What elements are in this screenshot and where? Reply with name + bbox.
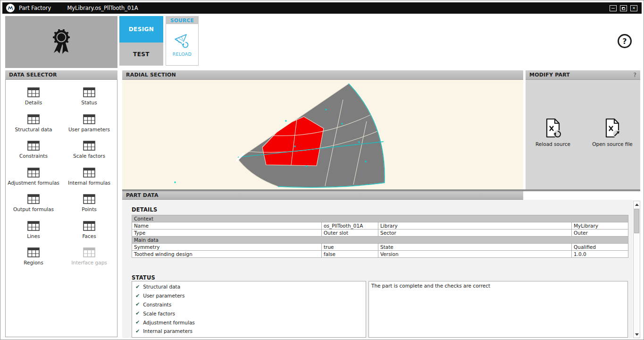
item-label: Interface gaps — [71, 260, 107, 265]
check-label: Internal parameters — [143, 328, 192, 334]
table-icon — [83, 247, 95, 257]
item-label: Points — [82, 206, 97, 212]
status-check-row: ✔ Structural data — [132, 282, 366, 291]
table-icon — [83, 114, 95, 124]
open-source-file-button[interactable]: Open source file — [589, 118, 636, 147]
check-label: Constraints — [143, 302, 171, 307]
item-label: Lines — [27, 233, 40, 239]
status-message: The part is complete and the checks are … — [371, 283, 490, 289]
table-icon — [83, 141, 95, 151]
data-selector-item-user-parameters[interactable]: User parameters — [61, 111, 117, 138]
reload-source-label: Reload source — [535, 141, 570, 147]
scroll-down-arrow[interactable] — [634, 331, 640, 338]
property-value-cell: Outer slot — [322, 230, 378, 237]
data-selector-item-lines[interactable]: Lines — [6, 218, 61, 245]
reload-source-icon — [544, 118, 562, 138]
document-name: MyLibrary.os_PllTooth_01A — [67, 5, 138, 11]
app-logo-icon — [6, 4, 15, 12]
check-icon: ✔ — [135, 328, 140, 334]
check-label: User parameters — [143, 293, 184, 298]
data-selector-item-details[interactable]: Details — [6, 85, 61, 111]
modify-part-help[interactable]: ? — [633, 72, 636, 78]
property-value-cell: false — [322, 251, 378, 258]
data-selector-item-interface-gaps: Interface gaps — [61, 245, 117, 272]
property-value-cell: Qualified — [572, 244, 628, 251]
data-selector-item-output-formulas[interactable]: Output formulas — [6, 191, 61, 218]
certification-medal-button[interactable] — [5, 16, 117, 68]
scroll-up-arrow[interactable] — [634, 201, 640, 208]
item-label: User parameters — [68, 127, 110, 132]
check-icon: ✔ — [135, 293, 140, 299]
vertical-scrollbar[interactable] — [633, 201, 640, 338]
close-button[interactable]: ✕ — [630, 5, 637, 11]
section-label: Context — [132, 215, 628, 222]
status-check-row: ✔ User parameters — [132, 291, 366, 300]
table-icon — [27, 168, 40, 178]
data-selector-item-points[interactable]: Points — [61, 191, 117, 218]
slot-section-drawing — [122, 80, 523, 189]
window-controls: ✕ — [610, 5, 637, 11]
data-selector-item-internal-formulas[interactable]: Internal formulas — [61, 165, 117, 192]
status-check-row: ✔ Internal parameters — [132, 327, 366, 336]
property-name-cell: State — [378, 244, 572, 251]
tab-test[interactable]: TEST — [119, 42, 163, 66]
property-value-cell: MyLibrary — [572, 222, 628, 230]
item-label: Faces — [82, 233, 96, 239]
radial-section-canvas[interactable] — [122, 80, 523, 189]
radial-section-title: RADIAL SECTION — [126, 72, 176, 78]
scrollbar-thumb[interactable] — [634, 209, 639, 233]
restore-button[interactable] — [620, 5, 627, 11]
reload-source-button[interactable]: Reload source — [529, 118, 577, 147]
data-selector-item-status[interactable]: Status — [61, 85, 117, 111]
status-checklist: ✔ Structural data ✔ User parameters ✔ Co… — [132, 281, 366, 338]
tab-design[interactable]: DESIGN — [119, 16, 163, 42]
data-selector-item-constraints[interactable]: Constraints — [6, 138, 61, 165]
part-factory-window: Part Factory MyLibrary.os_PllTooth_01A ✕… — [0, 0, 644, 340]
triangle-down-icon — [635, 333, 639, 336]
app-name: Part Factory — [19, 5, 51, 11]
open-source-file-label: Open source file — [592, 141, 633, 147]
property-name-cell: Sector — [378, 230, 572, 237]
data-selector-header: DATA SELECTOR — [5, 70, 117, 80]
property-value-cell: Outer — [572, 230, 628, 237]
check-label: Structural data — [143, 284, 180, 289]
titlebar: Part Factory MyLibrary.os_PllTooth_01A ✕ — [2, 2, 642, 14]
reload-button[interactable]: RELOAD — [166, 24, 199, 66]
part-data-title: PART DATA — [126, 192, 159, 198]
source-group: SOURCE RELOAD — [166, 16, 199, 66]
part-data-panel: DETAILS Context Name os_PllTooth_01A Lib… — [122, 200, 633, 338]
table-icon — [83, 194, 95, 204]
help-question-glyph: ? — [622, 37, 627, 46]
modify-part-panel: Reload source Open source file — [526, 80, 640, 189]
item-label: Structural data — [15, 127, 52, 132]
minimize-button[interactable] — [610, 5, 617, 11]
item-label: Constraints — [19, 153, 48, 159]
modify-part-header: MODIFY PART ? — [526, 70, 640, 80]
data-selector-item-scale-factors[interactable]: Scale factors — [61, 138, 117, 165]
restore-icon-overlap — [622, 8, 625, 10]
property-name-cell: Library — [378, 222, 572, 230]
help-button[interactable]: ? — [618, 34, 632, 48]
item-label: Details — [25, 100, 42, 105]
table-section-row: Context — [132, 215, 628, 222]
table-row: Name os_PllTooth_01A Library MyLibrary — [132, 222, 628, 230]
check-icon: ✔ — [135, 319, 140, 325]
part-data-header: PART DATA — [122, 191, 523, 200]
table-icon — [27, 114, 40, 124]
reload-icon — [174, 33, 191, 49]
table-icon — [27, 87, 40, 97]
open-source-file-icon — [603, 118, 622, 138]
data-selector-item-faces[interactable]: Faces — [61, 218, 117, 245]
data-selector-item-structural-data[interactable]: Structural data — [6, 111, 61, 138]
table-icon — [83, 221, 95, 231]
data-selector-item-adjustment-formulas[interactable]: Adjustment formulas — [6, 165, 61, 192]
table-icon — [83, 168, 95, 178]
data-selector-item-regions[interactable]: Regions — [6, 245, 61, 272]
details-table: Context Name os_PllTooth_01A Library MyL… — [132, 215, 628, 258]
selected-region-red[interactable] — [262, 117, 324, 166]
check-icon: ✔ — [135, 310, 140, 316]
check-icon: ✔ — [135, 301, 140, 307]
check-label: Adjustment formulas — [143, 320, 195, 325]
property-name-cell: Version — [378, 251, 572, 258]
close-icon: ✕ — [632, 6, 636, 10]
